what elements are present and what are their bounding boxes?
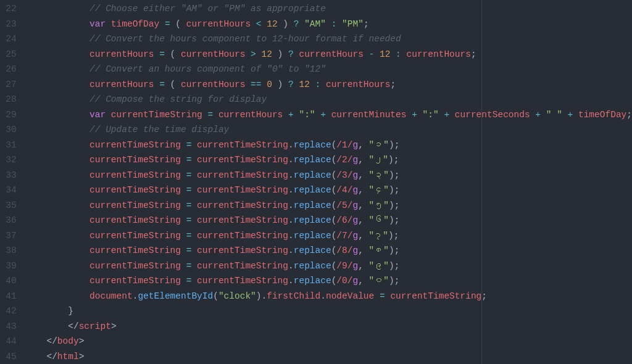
token-punc <box>159 19 165 29</box>
token-str: " " <box>546 110 562 120</box>
token-var: currentTimeString <box>197 140 288 150</box>
token-punc: ; <box>471 49 476 59</box>
line-number: 34 <box>0 183 25 198</box>
token-func: replace <box>294 185 331 195</box>
token-comment: // Update the time display <box>89 125 229 134</box>
token-punc <box>191 170 197 180</box>
code-line[interactable]: // Convert an hours component of "0" to … <box>25 62 632 77</box>
token-punc <box>326 19 331 29</box>
code-line[interactable]: currentTimeString = currentTimeString.re… <box>25 259 632 274</box>
code-line[interactable]: currentHours = ( currentHours > 12 ) ? c… <box>25 47 632 62</box>
token-punc <box>283 110 288 120</box>
token-op: : <box>396 49 401 59</box>
code-line[interactable]: // Compose the string for display <box>25 92 632 107</box>
code-line[interactable]: </html> <box>25 349 632 365</box>
code-line[interactable]: </body> <box>25 334 632 349</box>
token-tagp: </ <box>46 352 57 362</box>
token-func: replace <box>294 215 331 225</box>
token-punc <box>299 19 304 29</box>
token-punc: ( <box>213 291 218 301</box>
token-punc <box>573 110 578 120</box>
token-func: replace <box>294 231 331 241</box>
token-punc <box>191 215 197 225</box>
code-line[interactable]: } <box>25 304 632 319</box>
code-line[interactable]: document.getElementById("clock").firstCh… <box>25 289 632 304</box>
token-punc: ); <box>388 155 399 165</box>
token-tagp: </ <box>68 321 78 331</box>
token-punc: ); <box>389 276 399 286</box>
token-punc: ); <box>389 261 399 271</box>
code-line[interactable]: currentTimeString = currentTimeString.re… <box>25 243 632 259</box>
code-line[interactable]: currentTimeString = currentTimeString.re… <box>25 138 632 153</box>
code-line[interactable]: currentTimeString = currentTimeString.re… <box>25 213 632 228</box>
token-punc <box>374 49 380 59</box>
token-punc: . <box>288 231 294 241</box>
token-op: > <box>251 49 256 59</box>
token-var: currentTimeString <box>197 246 288 255</box>
code-line[interactable]: // Convert the hours component to 12-hou… <box>25 31 632 47</box>
code-line[interactable]: var timeOfDay = ( currentHours < 12 ) ? … <box>25 17 632 32</box>
token-punc <box>181 140 186 150</box>
code-line[interactable]: // Choose either "AM" or "PM" as appropr… <box>25 1 632 17</box>
token-punc <box>374 291 380 301</box>
code-line[interactable]: var currentTimeString = currentHours + "… <box>25 107 632 123</box>
token-var: currentTimeString <box>89 155 181 165</box>
token-var: currentHours <box>89 49 154 59</box>
token-str: "AM" <box>304 19 326 29</box>
token-punc <box>213 110 218 120</box>
code-line[interactable]: // Update the time display <box>25 122 632 138</box>
code-line[interactable]: currentTimeString = currentTimeString.re… <box>25 152 632 168</box>
code-line[interactable]: </script> <box>25 319 632 334</box>
code-line[interactable]: currentTimeString = currentTimeString.re… <box>25 273 632 289</box>
token-func: replace <box>294 155 331 165</box>
token-var: currentTimeString <box>197 231 288 241</box>
code-area[interactable]: // Choose either "AM" or "PM" as appropr… <box>25 0 632 364</box>
token-punc: , <box>358 215 368 225</box>
token-punc <box>191 201 197 210</box>
token-punc: ; <box>626 110 632 120</box>
token-punc <box>181 246 186 255</box>
code-editor[interactable]: 2223242526272829303132333435363738394041… <box>0 0 632 364</box>
token-regex: /5/ <box>336 201 352 210</box>
code-line[interactable]: currentTimeString = currentTimeString.re… <box>25 183 632 198</box>
token-op: = <box>159 49 165 59</box>
token-punc <box>245 80 251 89</box>
token-num: 0 <box>267 80 272 89</box>
code-line[interactable]: currentTimeString = currentTimeString.re… <box>25 168 632 183</box>
token-punc: . <box>288 155 294 165</box>
token-regex: /7/ <box>336 231 352 241</box>
token-regex: /6/ <box>336 215 352 225</box>
token-str: ":" <box>299 110 315 120</box>
line-number: 32 <box>0 152 25 168</box>
token-punc: . <box>288 261 294 271</box>
token-punc <box>562 110 568 120</box>
token-key: var <box>89 110 106 120</box>
token-regex: /3/ <box>336 170 352 180</box>
token-regflag: g <box>352 170 358 180</box>
token-var: timeOfDay <box>111 19 159 29</box>
line-number: 43 <box>0 319 25 334</box>
token-var: currentTimeString <box>197 155 288 165</box>
line-number: 33 <box>0 168 25 183</box>
line-number: 45 <box>0 349 25 365</box>
token-punc <box>406 110 412 120</box>
token-punc: , <box>358 155 368 165</box>
line-number: 42 <box>0 304 25 319</box>
token-tagp: > <box>79 336 85 346</box>
token-var: currentHours <box>186 19 251 29</box>
token-var: timeOfDay <box>578 110 626 120</box>
token-punc <box>191 276 197 286</box>
token-var: currentTimeString <box>89 185 181 195</box>
code-line[interactable]: currentTimeString = currentTimeString.re… <box>25 198 632 213</box>
token-punc <box>154 80 159 89</box>
token-punc: , <box>358 261 368 271</box>
token-punc: ); <box>389 201 399 210</box>
token-var: currentTimeString <box>89 276 181 286</box>
token-str: "PM" <box>342 19 364 29</box>
token-regflag: g <box>352 246 358 255</box>
token-var: currentMinutes <box>331 110 407 120</box>
token-regex: /0/ <box>336 276 352 286</box>
token-punc: ; <box>390 80 396 89</box>
code-line[interactable]: currentHours = ( currentHours == 0 ) ? 1… <box>25 77 632 93</box>
code-line[interactable]: currentTimeString = currentTimeString.re… <box>25 228 632 244</box>
